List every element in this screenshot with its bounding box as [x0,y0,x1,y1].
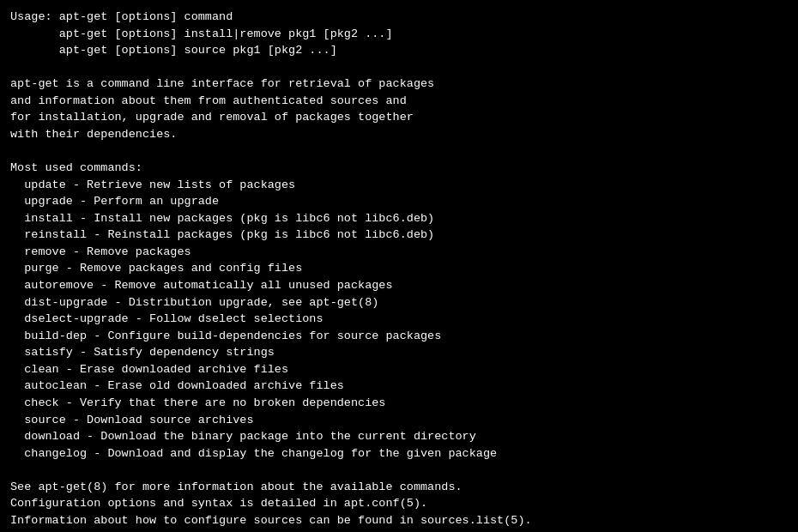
terminal-output: Usage: apt-get [options] command apt-get… [10,9,788,532]
